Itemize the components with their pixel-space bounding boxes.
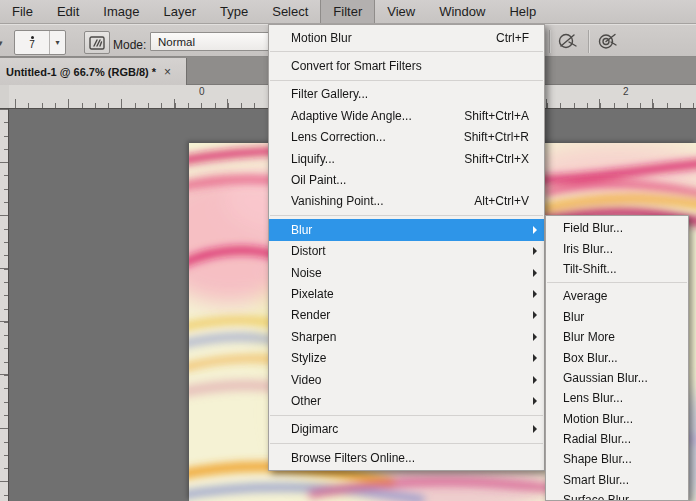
menu-item-blur[interactable]: Blur: [269, 219, 544, 240]
menu-item-label: Oil Paint...: [269, 173, 544, 187]
menu-item-tilt-shift[interactable]: Tilt-Shift...: [546, 259, 688, 279]
options-separator: [549, 30, 550, 53]
menubar-item-help[interactable]: Help: [497, 0, 548, 23]
menu-item-shortcut: Shift+Ctrl+A: [464, 109, 544, 123]
menu-separator: [270, 215, 543, 216]
menu-item-smart-blur[interactable]: Smart Blur...: [546, 470, 688, 490]
submenu-arrow-icon: [533, 354, 537, 362]
menu-item-blur[interactable]: Blur: [546, 307, 688, 327]
menu-item-label: Blur More: [546, 330, 688, 344]
menu-item-radial-blur[interactable]: Radial Blur...: [546, 429, 688, 449]
vertical-ruler: [0, 109, 9, 501]
menu-item-iris-blur[interactable]: Iris Blur...: [546, 238, 688, 258]
document-tab[interactable]: Untitled-1 @ 66.7% (RGB/8) * ×: [0, 58, 187, 85]
tablet-pressure-icon[interactable]: [597, 33, 619, 50]
submenu-arrow-icon: [533, 425, 537, 433]
menu-item-lens-correction[interactable]: Lens Correction...Shift+Ctrl+R: [269, 127, 544, 148]
mode-value: Normal: [158, 36, 195, 48]
ruler-number: 0: [199, 86, 205, 97]
menu-item-label: Stylize: [269, 351, 533, 365]
menu-item-label: Box Blur...: [546, 351, 688, 365]
ruler-corner: [0, 85, 9, 109]
menu-item-label: Render: [269, 308, 533, 322]
menu-separator: [270, 80, 543, 81]
menu-item-shape-blur[interactable]: Shape Blur...: [546, 449, 688, 469]
brush-dropdown-arrow-icon[interactable]: ▾: [50, 31, 65, 54]
menu-item-label: Distort: [269, 244, 533, 258]
menu-item-label: Blur: [546, 310, 688, 324]
menu-item-box-blur[interactable]: Box Blur...: [546, 347, 688, 367]
submenu-arrow-icon: [533, 333, 537, 341]
submenu-arrow-icon: [533, 311, 537, 319]
menu-item-video[interactable]: Video: [269, 369, 544, 390]
brush-preset-picker[interactable]: 7 ▾: [14, 30, 66, 55]
menu-item-other[interactable]: Other: [269, 390, 544, 411]
menu-item-label: Gaussian Blur...: [546, 371, 688, 385]
menu-item-label: Sharpen: [269, 330, 533, 344]
menubar-item-filter[interactable]: Filter: [320, 0, 375, 23]
menubar-item-image[interactable]: Image: [91, 0, 151, 23]
menu-item-liquify[interactable]: Liquify...Shift+Ctrl+X: [269, 148, 544, 169]
menu-item-label: Noise: [269, 266, 533, 280]
submenu-arrow-icon: [533, 226, 537, 234]
menu-item-label: Iris Blur...: [546, 242, 688, 256]
menubar-item-edit[interactable]: Edit: [45, 0, 91, 23]
menu-item-render[interactable]: Render: [269, 305, 544, 326]
menu-separator: [270, 415, 543, 416]
menu-item-label: Filter Gallery...: [269, 87, 544, 101]
menu-item-label: Lens Blur...: [546, 391, 688, 405]
menu-separator: [547, 282, 687, 283]
menu-item-motion-blur[interactable]: Motion Blur...: [546, 409, 688, 429]
menu-item-pixelate[interactable]: Pixelate: [269, 283, 544, 304]
menu-item-vanishing-point[interactable]: Vanishing Point...Alt+Ctrl+V: [269, 191, 544, 212]
menu-item-label: Adaptive Wide Angle...: [269, 109, 464, 123]
menu-item-label: Digimarc: [269, 422, 533, 436]
menu-item-label: Convert for Smart Filters: [269, 59, 544, 73]
submenu-arrow-icon: [533, 269, 537, 277]
mode-dropdown[interactable]: Normal: [150, 32, 278, 51]
menu-item-browse-filters-online[interactable]: Browse Filters Online...: [269, 447, 544, 468]
submenu-arrow-icon: [533, 397, 537, 405]
brush-preview: 7: [15, 31, 50, 54]
menu-item-adaptive-wide-angle[interactable]: Adaptive Wide Angle...Shift+Ctrl+A: [269, 105, 544, 126]
menu-item-label: Liquify...: [269, 152, 464, 166]
menu-item-digimarc[interactable]: Digimarc: [269, 419, 544, 440]
blur-submenu: Field Blur...Iris Blur...Tilt-Shift...Av…: [545, 215, 689, 501]
menubar-item-file[interactable]: File: [0, 0, 45, 23]
menu-item-surface-blur[interactable]: Surface Blur...: [546, 490, 688, 501]
menu-item-stylize[interactable]: Stylize: [269, 347, 544, 368]
menubar-item-type[interactable]: Type: [208, 0, 260, 23]
menu-item-blur-more[interactable]: Blur More: [546, 327, 688, 347]
menu-item-sharpen[interactable]: Sharpen: [269, 326, 544, 347]
airbrush-icon[interactable]: [557, 33, 579, 50]
menu-item-label: Lens Correction...: [269, 130, 464, 144]
menu-item-shortcut: Alt+Ctrl+V: [474, 194, 544, 208]
menu-item-oil-paint[interactable]: Oil Paint...: [269, 169, 544, 190]
menu-item-label: Radial Blur...: [546, 432, 688, 446]
menu-item-gaussian-blur[interactable]: Gaussian Blur...: [546, 368, 688, 388]
menu-separator: [270, 443, 543, 444]
menu-bar: FileEditImageLayerTypeSelectFilterViewWi…: [0, 0, 696, 24]
menu-item-distort[interactable]: Distort: [269, 241, 544, 262]
document-tab-title: Untitled-1 @ 66.7% (RGB/8) *: [6, 66, 156, 78]
menu-item-field-blur[interactable]: Field Blur...: [546, 218, 688, 238]
menu-item-label: Browse Filters Online...: [269, 451, 544, 465]
menu-item-convert-for-smart-filters[interactable]: Convert for Smart Filters: [269, 55, 544, 76]
tool-preset-arrow-icon[interactable]: ▾: [0, 38, 3, 48]
menu-item-lens-blur[interactable]: Lens Blur...: [546, 388, 688, 408]
menubar-item-view[interactable]: View: [375, 0, 427, 23]
brush-panel-toggle-button[interactable]: [84, 31, 110, 54]
menubar-item-window[interactable]: Window: [427, 0, 497, 23]
menubar-item-layer[interactable]: Layer: [152, 0, 209, 23]
menu-item-label: Field Blur...: [546, 221, 688, 235]
menu-item-noise[interactable]: Noise: [269, 262, 544, 283]
options-separator: [588, 30, 589, 53]
menu-item-average[interactable]: Average: [546, 286, 688, 306]
menu-item-label: Pixelate: [269, 287, 533, 301]
submenu-arrow-icon: [533, 290, 537, 298]
tab-close-icon[interactable]: ×: [164, 67, 171, 77]
menu-item-filter-gallery[interactable]: Filter Gallery...: [269, 84, 544, 105]
menubar-item-select[interactable]: Select: [260, 0, 320, 23]
menu-item-motion-blur[interactable]: Motion BlurCtrl+F: [269, 27, 544, 48]
submenu-arrow-icon: [533, 247, 537, 255]
